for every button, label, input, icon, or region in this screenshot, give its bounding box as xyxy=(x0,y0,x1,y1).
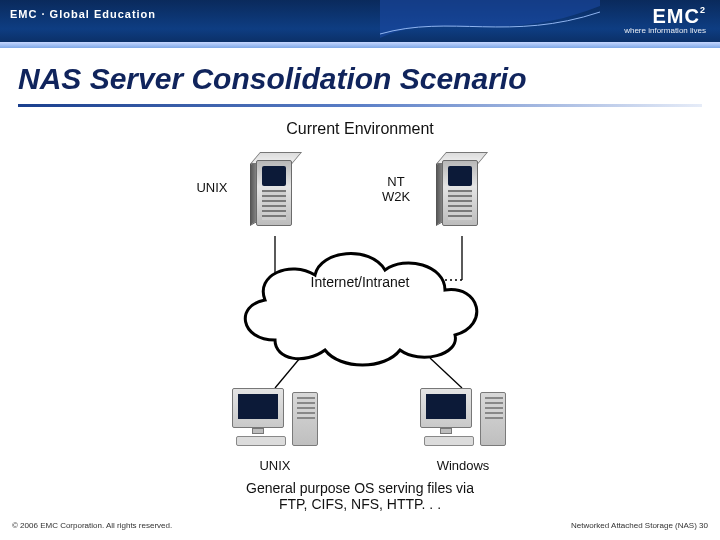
server-unix-label: UNIX xyxy=(182,180,242,195)
slide-caption: General purpose OS serving files via FTP… xyxy=(0,480,720,512)
top-banner: EMC · Global Education EMC2 where inform… xyxy=(0,0,720,48)
client-unix-label: UNIX xyxy=(232,458,318,473)
footer-left: © 2006 EMC Corporation. All rights reser… xyxy=(12,521,172,530)
brand-left: EMC · Global Education xyxy=(10,8,156,20)
client-unix-icon xyxy=(232,388,318,456)
client-windows-icon xyxy=(420,388,506,456)
brand-right: EMC2 where information lives xyxy=(624,6,706,35)
title-underline xyxy=(18,104,702,107)
header-swoosh xyxy=(380,0,600,48)
footer-right: Networked Attached Storage (NAS) 30 xyxy=(571,521,708,530)
brand-right-tagline: where information lives xyxy=(624,26,706,35)
server-unix-icon xyxy=(250,152,302,234)
server-win-label: NT W2K xyxy=(366,174,426,204)
brand-right-name: EMC xyxy=(653,5,700,27)
cloud-label: Internet/Intranet xyxy=(220,274,500,290)
client-windows-label: Windows xyxy=(420,458,506,473)
cloud-icon: Internet/Intranet xyxy=(220,230,500,380)
brand-left-text: EMC · Global Education xyxy=(10,8,156,20)
header-stripe xyxy=(0,42,720,48)
server-windows-icon xyxy=(436,152,488,234)
slide-title: NAS Server Consolidation Scenario xyxy=(18,62,526,96)
brand-right-sup: 2 xyxy=(700,5,706,15)
slide-subheading: Current Environment xyxy=(0,120,720,138)
diagram-canvas: UNIX NT W2K Internet/Intranet UNIX Windo… xyxy=(0,140,720,500)
